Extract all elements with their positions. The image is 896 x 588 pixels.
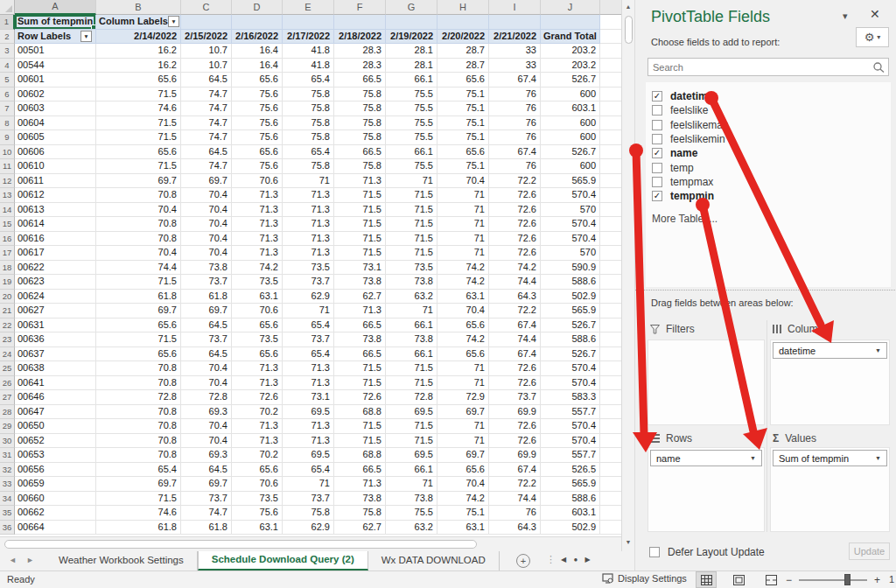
value-cell[interactable]: 70.6 [232, 477, 283, 492]
vertical-scrollbar-thumb[interactable] [625, 16, 633, 44]
row-header-15[interactable]: 15 [0, 217, 15, 232]
column-labels-cell[interactable]: Column Labels▼ [96, 15, 181, 30]
value-cell[interactable]: 75.1 [438, 116, 489, 131]
value-cell[interactable]: 71.5 [334, 434, 386, 449]
field-item-feelslikemax[interactable]: feelslikemax [652, 118, 891, 132]
value-cell[interactable]: 72.6 [489, 419, 541, 434]
row-label-cell[interactable]: 00656 [15, 463, 96, 478]
value-cell[interactable]: 72.8 [96, 390, 181, 405]
field-checkbox-name[interactable]: ✓ [652, 148, 662, 158]
field-item-feelslikemin[interactable]: feelslikemin [652, 132, 891, 146]
value-cell[interactable]: 16.4 [232, 59, 283, 74]
grand-total-cell[interactable]: 600 [541, 159, 600, 174]
value-cell[interactable]: 76 [489, 130, 541, 145]
row-labels-cell[interactable]: Row Labels▼ [15, 30, 96, 45]
value-cell[interactable]: 71 [438, 232, 489, 247]
pane-close-icon[interactable]: ✕ [870, 7, 880, 21]
value-cell[interactable]: 70.4 [181, 419, 232, 434]
date-header-cell[interactable]: 2/15/2022 [181, 30, 232, 45]
horizontal-scrollbar-thumb[interactable] [4, 540, 477, 549]
value-cell[interactable]: 71 [438, 376, 489, 391]
value-cell[interactable]: 75.1 [438, 130, 489, 145]
value-cell[interactable]: 69.5 [283, 405, 334, 420]
value-cell[interactable]: 75.8 [334, 506, 386, 521]
value-cell[interactable]: 28.7 [438, 44, 489, 59]
row-label-cell[interactable]: 00638 [15, 361, 96, 376]
value-cell[interactable]: 65.4 [283, 318, 334, 333]
row-header-16[interactable]: 16 [0, 232, 15, 247]
value-cell[interactable]: 71 [438, 246, 489, 261]
value-cell[interactable]: 73.1 [334, 261, 386, 276]
value-cell[interactable]: 71 [438, 188, 489, 203]
value-cell[interactable]: 73.8 [334, 332, 386, 347]
value-cell[interactable]: 68.8 [334, 405, 386, 420]
field-checkbox-feelslike[interactable] [652, 105, 662, 116]
value-cell[interactable]: 66.1 [386, 318, 438, 333]
value-cell[interactable]: 71.3 [283, 246, 334, 261]
value-cell[interactable]: 70.4 [181, 203, 232, 218]
value-cell[interactable]: 73.8 [334, 275, 386, 290]
grand-total-cell[interactable]: 565.9 [541, 477, 600, 492]
row-header-7[interactable]: 7 [0, 102, 15, 116]
row-header-20[interactable]: 20 [0, 290, 15, 304]
value-cell[interactable]: 70.8 [96, 188, 181, 203]
row-header-28[interactable]: 28 [0, 405, 15, 420]
tab-scroll-controls-icon[interactable]: ◀ ● ▶ [561, 556, 593, 564]
pivot-header-cell[interactable] [283, 15, 334, 30]
select-all-corner[interactable] [0, 0, 15, 15]
value-cell[interactable]: 72.6 [489, 246, 541, 261]
value-cell[interactable]: 74.7 [181, 130, 232, 145]
row-header-22[interactable]: 22 [0, 318, 15, 333]
value-cell[interactable]: 74.6 [96, 506, 181, 521]
value-cell[interactable]: 70.6 [232, 304, 283, 318]
field-checkbox-tempmax[interactable] [652, 177, 662, 187]
value-cell[interactable]: 74.7 [181, 159, 232, 174]
value-cell[interactable]: 73.8 [334, 492, 386, 507]
value-cell[interactable]: 72.9 [438, 390, 489, 405]
value-cell[interactable]: 71.5 [386, 419, 438, 434]
value-cell[interactable]: 69.5 [386, 405, 438, 420]
tab-more-icon[interactable]: ⋮ [546, 554, 556, 565]
value-cell[interactable]: 75.1 [438, 88, 489, 102]
field-item-feelslike[interactable]: feelslike [652, 103, 891, 117]
value-cell[interactable]: 63.2 [386, 290, 438, 304]
value-cell[interactable]: 71.5 [386, 203, 438, 218]
value-cell[interactable]: 71.5 [96, 492, 181, 507]
row-label-cell[interactable]: 00647 [15, 405, 96, 420]
value-cell[interactable]: 69.3 [181, 448, 232, 463]
defer-layout-checkbox[interactable] [649, 547, 660, 557]
value-cell[interactable]: 65.4 [283, 463, 334, 478]
row-label-cell[interactable]: 00636 [15, 332, 96, 347]
value-cell[interactable]: 71.5 [96, 159, 181, 174]
value-cell[interactable]: 28.3 [334, 59, 386, 74]
row-header-12[interactable]: 12 [0, 174, 15, 189]
sheet-tab-weather-workbook-settings[interactable]: Weather Workbook Settings [46, 551, 198, 570]
row-label-cell[interactable]: 00613 [15, 203, 96, 218]
value-cell[interactable]: 75.8 [334, 159, 386, 174]
value-cell[interactable]: 65.4 [283, 347, 334, 362]
value-cell[interactable]: 65.6 [438, 347, 489, 362]
value-cell[interactable]: 66.1 [386, 463, 438, 478]
value-cell[interactable]: 71.3 [232, 434, 283, 449]
value-cell[interactable]: 28.1 [386, 44, 438, 59]
column-header-c[interactable]: C [181, 0, 232, 15]
grand-total-cell[interactable]: 502.9 [541, 521, 600, 536]
value-cell[interactable]: 76 [489, 88, 541, 102]
grand-total-cell[interactable]: 526.5 [541, 463, 600, 478]
grand-total-cell[interactable]: 570.4 [541, 419, 600, 434]
value-cell[interactable]: 71.3 [334, 477, 386, 492]
value-cell[interactable]: 75.8 [334, 130, 386, 145]
date-header-cell[interactable]: 2/16/2022 [232, 30, 283, 45]
row-label-cell[interactable]: 00641 [15, 376, 96, 391]
value-cell[interactable]: 71.5 [334, 217, 386, 232]
date-header-cell[interactable]: 2/14/2022 [96, 30, 181, 45]
value-cell[interactable]: 72.6 [489, 217, 541, 232]
value-cell[interactable]: 70.4 [438, 174, 489, 189]
row-label-cell[interactable]: 00617 [15, 246, 96, 261]
value-cell[interactable]: 73.8 [386, 332, 438, 347]
grand-total-cell[interactable]: 570.4 [541, 434, 600, 449]
value-cell[interactable]: 71.3 [232, 419, 283, 434]
value-cell[interactable]: 65.6 [96, 347, 181, 362]
value-cell[interactable]: 65.4 [283, 73, 334, 88]
value-cell[interactable]: 71.3 [283, 361, 334, 376]
